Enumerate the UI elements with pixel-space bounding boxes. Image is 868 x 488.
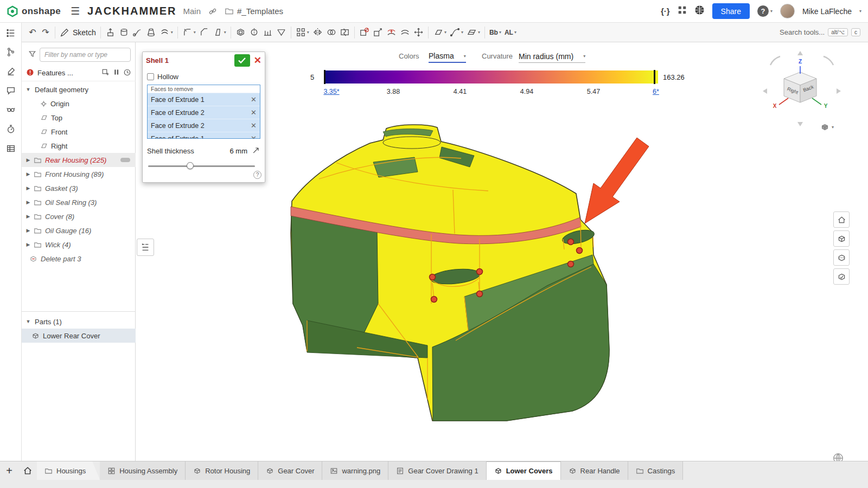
tree-item-origin[interactable]: Origin xyxy=(22,97,136,111)
rib-button[interactable] xyxy=(261,25,275,40)
scale-tick-max[interactable]: 6* xyxy=(653,88,659,95)
tree-item-oil-seal-ring[interactable]: ▶ Oil Seal Ring (3) xyxy=(22,195,136,209)
tree-item-gasket[interactable]: ▶ Gasket (3) xyxy=(22,181,136,195)
move-face-button[interactable] xyxy=(371,25,385,40)
commit-button[interactable] xyxy=(234,54,250,67)
insert-feature-icon[interactable] xyxy=(101,68,110,78)
chevron-down-icon[interactable]: ▾ xyxy=(859,9,861,14)
tree-item-default-geometry[interactable]: ▼ Default geometry xyxy=(22,82,136,97)
replace-face-button[interactable] xyxy=(385,25,398,40)
undo-button[interactable]: ↶ xyxy=(26,25,39,40)
tab-housing-assembly[interactable]: Housing Assembly xyxy=(100,461,186,480)
hollow-option[interactable]: Hollow xyxy=(147,70,260,82)
appearance-brush-icon[interactable] xyxy=(6,67,16,79)
remove-face-icon[interactable]: ✕ xyxy=(251,95,257,104)
tree-item-right-plane[interactable]: Right xyxy=(22,139,136,153)
hole-button[interactable] xyxy=(247,25,261,40)
onshape-logo-icon[interactable] xyxy=(7,5,18,17)
surface-button[interactable]: ▾ xyxy=(465,25,482,40)
custom-feature-al-button[interactable]: AL▾ xyxy=(503,25,518,40)
tree-item-rear-housing[interactable]: ▶ Rear Housing (225) xyxy=(22,153,136,167)
help-icon[interactable]: ? xyxy=(757,5,769,17)
tree-item-front-housing[interactable]: ▶ Front Housing (89) xyxy=(22,167,136,181)
tree-item-wick[interactable]: ▶ Wick (4) xyxy=(22,237,136,252)
tab-rotor-housing[interactable]: Rotor Housing xyxy=(186,461,258,480)
logo-wordmark[interactable]: onshape xyxy=(22,6,61,17)
slider-handle[interactable] xyxy=(187,162,194,169)
dialog-help-icon[interactable]: ? xyxy=(253,171,261,179)
delete-face-button[interactable] xyxy=(358,25,371,40)
split-button[interactable] xyxy=(338,25,352,40)
scrollbar-thumb[interactable] xyxy=(120,158,130,162)
chevron-right-icon[interactable]: ▶ xyxy=(25,228,31,233)
cancel-button[interactable]: ✕ xyxy=(254,55,261,66)
tab-housings[interactable]: Housings xyxy=(37,461,100,480)
link-icon[interactable] xyxy=(208,7,217,16)
offset-surface-button[interactable] xyxy=(398,25,412,40)
rollback-clock-icon[interactable] xyxy=(123,68,131,78)
remove-face-icon[interactable]: ✕ xyxy=(251,121,257,130)
filter-input[interactable] xyxy=(40,48,131,62)
home-button[interactable] xyxy=(18,461,37,480)
boolean-button[interactable] xyxy=(324,25,338,40)
extrude-button[interactable] xyxy=(104,25,117,40)
face-list-item[interactable]: Face of Extrude 1 ✕ xyxy=(148,93,260,106)
analysis-icon[interactable] xyxy=(6,105,16,117)
scale-tick-min[interactable]: 3.35* xyxy=(323,88,339,95)
tab-lower-covers[interactable]: Lower Covers xyxy=(487,461,561,480)
face-list-item[interactable]: Face of Extrude 1 ✕ xyxy=(148,132,260,139)
shell-button[interactable] xyxy=(234,25,247,40)
document-title[interactable]: JACKHAMMER xyxy=(87,5,176,17)
chevron-right-icon[interactable]: ▶ xyxy=(25,242,31,247)
draft-button[interactable]: ▾ xyxy=(211,25,228,40)
chamfer-button[interactable] xyxy=(197,25,211,40)
tree-item-delete-part[interactable]: Delete part 3 xyxy=(22,252,136,266)
tab-warning-png[interactable]: warning.png xyxy=(322,461,388,480)
view-options-dropdown[interactable]: ▾ xyxy=(820,123,834,132)
chevron-down-icon[interactable]: ▼ xyxy=(25,319,31,324)
remove-face-icon[interactable]: ✕ xyxy=(251,134,257,139)
face-list-item[interactable]: Face of Extrude 2 ✕ xyxy=(148,106,260,119)
shaded-view-button[interactable] xyxy=(833,230,850,247)
feature-list-icon[interactable] xyxy=(6,28,16,40)
curvature-color-scale[interactable] xyxy=(324,70,658,84)
user-avatar[interactable] xyxy=(780,4,795,18)
workspace-name[interactable]: Main xyxy=(183,7,201,16)
face-list-item[interactable]: Face of Extrude 2 ✕ xyxy=(148,119,260,132)
share-button[interactable]: Share xyxy=(712,3,750,19)
fillet-button[interactable]: ▾ xyxy=(181,25,197,40)
curvature-select[interactable]: Min radius (mm)▾ xyxy=(519,50,585,63)
sweep-button[interactable] xyxy=(131,25,144,40)
new-tab-button[interactable]: + xyxy=(0,461,18,480)
tree-item-oil-gauge[interactable]: ▶ Oil Gauge (16) xyxy=(22,223,136,237)
hollow-checkbox[interactable] xyxy=(147,73,154,80)
chevron-right-icon[interactable]: ▶ xyxy=(25,214,31,219)
redo-button[interactable]: ↷ xyxy=(39,25,52,40)
view-cube[interactable]: Right Back Z X Y xyxy=(758,47,845,128)
bom-table-icon[interactable] xyxy=(6,144,16,156)
thickness-value-field[interactable]: 6 mm xyxy=(230,147,248,155)
plane-button[interactable]: ▾ xyxy=(431,25,448,40)
colors-select[interactable]: Plasma▾ xyxy=(429,50,466,63)
error-filter-icon[interactable] xyxy=(26,68,34,78)
community-globe-icon[interactable] xyxy=(694,5,705,17)
tree-item-top-plane[interactable]: Top xyxy=(22,111,136,125)
mirror-button[interactable] xyxy=(311,25,324,40)
thickness-slider[interactable] xyxy=(147,162,260,170)
tab-gear-cover-drawing[interactable]: Gear Cover Drawing 1 xyxy=(388,461,486,480)
revolve-button[interactable] xyxy=(117,25,131,40)
chevron-right-icon[interactable]: ▶ xyxy=(25,185,31,191)
loft-button[interactable] xyxy=(144,25,158,40)
stopwatch-icon[interactable] xyxy=(6,124,16,136)
named-views-button[interactable] xyxy=(833,268,850,285)
slider-track[interactable] xyxy=(148,165,255,167)
flip-direction-icon[interactable] xyxy=(252,146,260,156)
featurescript-icon[interactable]: {·} xyxy=(661,7,670,16)
versions-history-icon[interactable] xyxy=(6,47,16,59)
tree-item-cover[interactable]: ▶ Cover (8) xyxy=(22,209,136,223)
tab-castings[interactable]: Castings xyxy=(628,461,684,480)
graphics-canvas[interactable]: Colors Plasma▾ Curvature Min radius (mm)… xyxy=(136,42,868,461)
chevron-right-icon[interactable]: ▶ xyxy=(25,171,31,177)
chevron-right-icon[interactable]: ▶ xyxy=(25,200,31,205)
chevron-right-icon[interactable]: ▶ xyxy=(25,157,31,163)
